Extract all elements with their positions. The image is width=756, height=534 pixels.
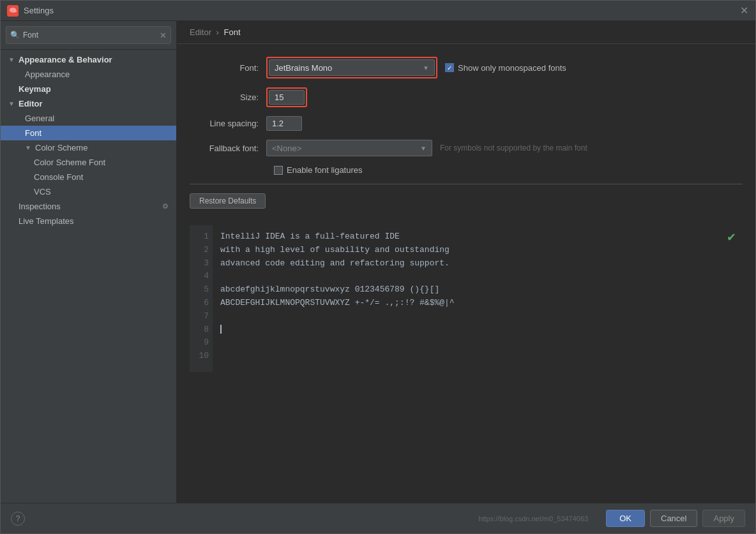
window-title: Settings — [24, 6, 739, 15]
app-icon: 🧠 — [7, 5, 19, 17]
footer-left: ? — [11, 512, 25, 526]
sidebar: 🔍 ✕ ▼ Appearance & Behavior Appearance — [1, 21, 177, 503]
code-line-8 — [220, 323, 735, 337]
line-num: 4 — [193, 270, 209, 283]
fallback-select[interactable]: <None> ▼ — [266, 140, 432, 156]
sidebar-item-label: Color Scheme — [35, 143, 87, 152]
line-num: 1 — [193, 230, 209, 244]
main-panel: Editor › Font Font: JetBrains Mono ▼ — [177, 21, 755, 503]
chevron-down-icon: ▼ — [420, 145, 427, 152]
arrow-icon — [8, 218, 17, 225]
line-num: 5 — [193, 283, 209, 297]
footer: ? https://blog.csdn.net/m0_53474063 OK C… — [1, 503, 755, 533]
sidebar-item-font[interactable]: Font — [1, 126, 176, 140]
sidebar-item-label: Keymap — [19, 84, 51, 94]
font-label: Font: — [190, 63, 266, 73]
font-dropdown-wrap: JetBrains Mono ▼ — [266, 57, 437, 78]
line-num: 9 — [193, 336, 209, 350]
sidebar-item-color-scheme-font[interactable]: Color Scheme Font — [1, 155, 176, 170]
code-line-10 — [220, 350, 735, 363]
size-input[interactable] — [269, 90, 305, 105]
divider — [190, 184, 743, 184]
code-line-9 — [220, 336, 735, 350]
code-line-1: IntelliJ IDEA is a full-featured IDE — [220, 230, 735, 244]
code-line-6: ABCDEFGHIJKLMNOPQRSTUVWXYZ +-*/= .,;:!? … — [220, 297, 735, 310]
fallback-hint: For symbols not supported by the main fo… — [440, 144, 587, 152]
sidebar-item-label: Font — [25, 128, 42, 138]
breadcrumb-font: Font — [224, 27, 241, 37]
search-input-wrap: 🔍 ✕ — [6, 26, 171, 44]
ligatures-checkbox[interactable] — [274, 166, 283, 175]
breadcrumb: Editor › Font — [177, 21, 755, 44]
code-line-5: abcdefghijklmnopqrstuvwxyz 0123456789 ()… — [220, 283, 735, 297]
sidebar-item-label: Live Templates — [19, 216, 73, 226]
code-preview: 1 2 3 4 5 6 7 8 9 10 IntelliJ IDEA is a … — [190, 225, 743, 372]
ligatures-row: Enable font ligatures — [190, 165, 743, 175]
size-row: Size: — [190, 87, 743, 107]
line-num: 3 — [193, 257, 209, 271]
line-num: 8 — [193, 323, 209, 337]
check-icon: ✔ — [727, 230, 736, 244]
chevron-down-icon: ▼ — [423, 64, 429, 71]
code-line-2: with a high level of usability and outst… — [220, 244, 735, 257]
monospace-label: Show only monospaced fonts — [458, 63, 566, 73]
search-input[interactable] — [23, 31, 160, 40]
font-select[interactable]: JetBrains Mono ▼ — [269, 59, 435, 76]
restore-defaults-button[interactable]: Restore Defaults — [190, 193, 266, 209]
line-num: 6 — [193, 297, 209, 310]
main-content: 🔍 ✕ ▼ Appearance & Behavior Appearance — [1, 21, 755, 503]
inspections-badge: ⚙ — [162, 202, 169, 211]
sidebar-item-label: VCS — [34, 187, 51, 197]
line-numbers: 1 2 3 4 5 6 7 8 9 10 — [190, 225, 213, 372]
clear-search-button[interactable]: ✕ — [160, 31, 167, 40]
sidebar-item-appearance-behavior[interactable]: ▼ Appearance & Behavior — [1, 52, 176, 67]
fallback-select-value: <None> — [272, 144, 418, 153]
sidebar-item-appearance[interactable]: Appearance — [1, 67, 176, 82]
close-button[interactable]: ✕ — [739, 6, 749, 16]
fallback-label: Fallback font: — [190, 144, 266, 153]
sidebar-item-color-scheme[interactable]: ▼ Color Scheme — [1, 140, 176, 155]
sidebar-item-label: Color Scheme Font — [34, 158, 105, 167]
arrow-icon — [8, 85, 17, 93]
sidebar-item-editor[interactable]: ▼ Editor — [1, 96, 176, 111]
ligatures-label: Enable font ligatures — [287, 165, 363, 175]
line-spacing-input[interactable] — [266, 116, 302, 131]
sidebar-item-general[interactable]: General — [1, 111, 176, 126]
monospace-checkbox-wrap: Show only monospaced fonts — [445, 63, 566, 73]
arrow-icon: ▼ — [8, 100, 17, 107]
code-line-3: advanced code editing and refactoring su… — [220, 257, 735, 271]
code-line-7 — [220, 310, 735, 323]
sidebar-item-inspections[interactable]: Inspections ⚙ — [1, 199, 176, 214]
cancel-button[interactable]: Cancel — [650, 510, 697, 527]
search-box: 🔍 ✕ — [1, 21, 176, 50]
sidebar-item-label: Editor — [19, 99, 43, 108]
line-spacing-label: Line spacing: — [190, 119, 266, 128]
font-row: Font: JetBrains Mono ▼ Show only monospa… — [190, 57, 743, 78]
sidebar-item-live-templates[interactable]: Live Templates — [1, 214, 176, 228]
arrow-icon — [8, 203, 17, 210]
code-content: IntelliJ IDEA is a full-featured IDE wit… — [213, 225, 743, 372]
line-num: 7 — [193, 310, 209, 323]
help-button[interactable]: ? — [11, 512, 25, 526]
monospace-checkbox[interactable] — [445, 63, 454, 72]
apply-button[interactable]: Apply — [702, 510, 745, 527]
font-select-value: JetBrains Mono — [275, 63, 420, 73]
size-input-wrap — [266, 87, 307, 107]
line-spacing-row: Line spacing: — [190, 116, 743, 131]
arrow-icon: ▼ — [25, 144, 34, 151]
sidebar-item-vcs[interactable]: VCS — [1, 184, 176, 199]
sidebar-item-console-font[interactable]: Console Font — [1, 170, 176, 184]
titlebar: 🧠 Settings ✕ — [1, 1, 755, 21]
sidebar-item-label: Console Font — [34, 172, 83, 182]
fallback-font-row: Fallback font: <None> ▼ For symbols not … — [190, 140, 743, 156]
sidebar-item-label: General — [25, 114, 54, 123]
ok-button[interactable]: OK — [606, 510, 645, 527]
sidebar-item-label: Appearance & Behavior — [19, 55, 112, 64]
sidebar-item-label: Appearance — [25, 70, 70, 79]
settings-panel: Font: JetBrains Mono ▼ Show only monospa… — [177, 44, 755, 503]
line-num: 2 — [193, 244, 209, 257]
settings-window: 🧠 Settings ✕ 🔍 ✕ ▼ Appearance & Behavior — [0, 0, 756, 534]
url-bar: https://blog.csdn.net/m0_53474063 — [478, 515, 601, 523]
sidebar-item-keymap[interactable]: Keymap — [1, 82, 176, 96]
search-icon: 🔍 — [10, 31, 20, 40]
